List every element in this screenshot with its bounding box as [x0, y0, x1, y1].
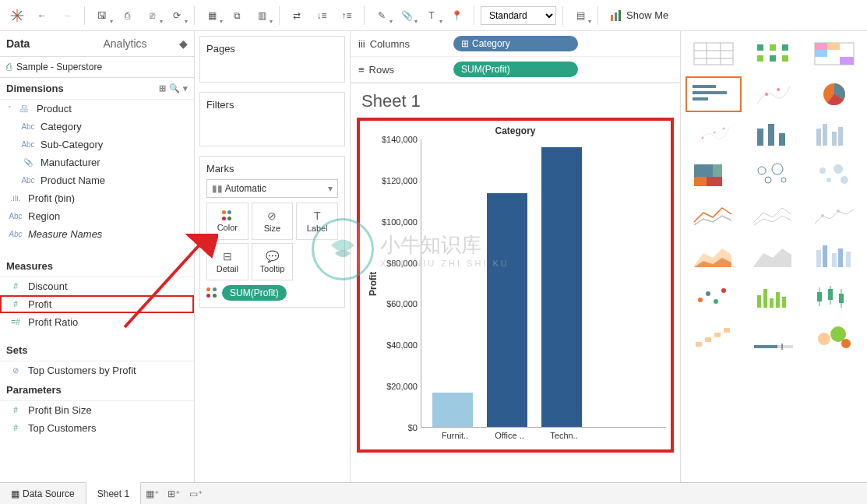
showme-viz-17[interactable] — [806, 238, 862, 274]
show-me-button[interactable]: Show Me — [604, 9, 675, 21]
showme-viz-21[interactable] — [685, 319, 742, 355]
showme-viz-3[interactable] — [685, 76, 742, 112]
marks-pill-sum-profit[interactable]: SUM(Profit) — [222, 285, 287, 301]
view-icon[interactable]: ⊞ — [159, 83, 166, 93]
data-tab[interactable]: Data — [0, 31, 97, 56]
size-shelf[interactable]: ⊘Size — [252, 203, 294, 240]
sort-desc-button[interactable]: ↑≡ — [336, 5, 358, 26]
bar[interactable] — [487, 193, 527, 427]
showme-viz-12[interactable] — [685, 198, 742, 234]
datasource-menu-button[interactable]: ⎚ — [141, 5, 163, 26]
parameter-field[interactable]: #Profit Bin Size — [0, 401, 194, 419]
sheet1-tab[interactable]: Sheet 1 — [86, 482, 141, 504]
group-button[interactable]: 📎 — [396, 5, 418, 26]
clear-button[interactable]: ▥ — [251, 5, 273, 26]
tooltip-shelf[interactable]: 💬Tooltip — [252, 243, 294, 280]
save-button[interactable]: 🖫 — [91, 5, 113, 26]
showme-viz-2[interactable] — [806, 36, 862, 72]
toolbar: ← → 🖫 ⎙ ⎚ ⟳ ▦ ⧉ ▥ ⇄ ↓≡ ↑≡ ✎ 📎 T 📍 Standa… — [0, 0, 867, 31]
showme-viz-20[interactable] — [806, 279, 862, 315]
showme-viz-1[interactable] — [746, 36, 802, 72]
showme-viz-23[interactable] — [806, 319, 862, 355]
showme-viz-19[interactable] — [746, 279, 802, 315]
svg-rect-17 — [782, 55, 788, 62]
svg-rect-33 — [768, 124, 774, 146]
bar[interactable] — [541, 147, 582, 427]
dimension-field[interactable]: ˅品Product — [0, 100, 194, 118]
dimension-field[interactable]: AbcCategory — [0, 118, 194, 136]
showme-viz-14[interactable] — [806, 198, 862, 234]
showme-viz-15[interactable] — [685, 238, 742, 274]
svg-point-52 — [837, 210, 840, 213]
showme-viz-9[interactable] — [685, 157, 742, 193]
svg-rect-40 — [713, 164, 722, 177]
filters-card[interactable]: Filters — [199, 92, 345, 146]
bar[interactable] — [432, 393, 473, 427]
rows-shelf[interactable]: ≡Rows SUM(Profit) — [351, 57, 680, 83]
showme-viz-22[interactable] — [746, 319, 802, 355]
pin-button[interactable]: 📍 — [446, 5, 467, 26]
showme-viz-10[interactable] — [746, 157, 802, 193]
columns-shelf[interactable]: iiiColumns ⊞Category — [351, 31, 680, 57]
showme-viz-6[interactable] — [685, 117, 742, 153]
measure-field[interactable]: #Discount — [0, 277, 194, 295]
new-datasource-button[interactable]: ⎙ — [116, 5, 138, 26]
detail-shelf[interactable]: ⊟Detail — [206, 243, 248, 280]
search-icon[interactable]: 🔍 — [169, 83, 180, 93]
showme-viz-11[interactable] — [806, 157, 862, 193]
dimension-field[interactable]: AbcSub-Category — [0, 136, 194, 153]
labels-button[interactable]: T — [421, 5, 442, 26]
new-story-button[interactable]: ▭⁺ — [185, 488, 206, 499]
back-button[interactable]: ← — [31, 5, 53, 26]
datasource-tab[interactable]: ▦Data Source — [0, 484, 86, 504]
cards-button[interactable]: ▤ — [569, 5, 591, 26]
highlight-button[interactable]: ✎ — [371, 5, 393, 26]
showme-viz-8[interactable] — [806, 117, 862, 153]
fit-selector[interactable]: Standard — [481, 6, 556, 25]
svg-rect-34 — [779, 133, 785, 146]
showme-viz-7[interactable] — [746, 117, 802, 153]
dimension-field[interactable]: .ılı.Profit (bin) — [0, 189, 194, 207]
new-worksheet-button[interactable]: ▦ — [201, 5, 223, 26]
tableau-logo[interactable] — [6, 5, 28, 26]
svg-rect-78 — [754, 345, 777, 348]
datasource-item[interactable]: ⎙ Sample - Superstore — [0, 57, 194, 78]
set-field[interactable]: ⊘Top Customers by Profit — [0, 361, 194, 379]
columns-pill-category[interactable]: ⊞Category — [453, 36, 578, 51]
svg-rect-53 — [816, 250, 821, 267]
measure-field[interactable]: #Profit — [0, 295, 194, 313]
color-shelf[interactable]: Color — [206, 203, 248, 240]
showme-viz-18[interactable] — [685, 279, 742, 315]
sheet-title[interactable]: Sheet 1 — [351, 83, 680, 115]
analytics-tab[interactable]: Analytics◆ — [97, 31, 195, 56]
forward-button[interactable]: → — [56, 5, 78, 26]
menu-icon[interactable]: ▾ — [183, 83, 188, 93]
pages-card[interactable]: Pages — [199, 36, 345, 83]
chart-bars[interactable] — [421, 139, 666, 428]
measures-header: Measures — [0, 256, 194, 277]
showme-icon — [611, 10, 622, 21]
swap-button[interactable]: ⇄ — [286, 5, 308, 26]
showme-viz-13[interactable] — [746, 198, 802, 234]
label-shelf[interactable]: TLabel — [296, 203, 338, 240]
refresh-button[interactable]: ⟳ — [166, 5, 188, 26]
mark-type-selector[interactable]: ▮▮ Automatic▾ — [206, 179, 338, 198]
showme-viz-0[interactable] — [685, 36, 742, 72]
showme-viz-5[interactable] — [806, 76, 862, 112]
columns-icon: iii — [358, 38, 365, 50]
duplicate-button[interactable]: ⧉ — [226, 5, 248, 26]
dimension-field[interactable]: 📎Manufacturer — [0, 153, 194, 171]
dimension-field[interactable]: AbcRegion — [0, 207, 194, 225]
rows-pill-sum-profit[interactable]: SUM(Profit) — [453, 62, 578, 77]
svg-point-46 — [781, 178, 786, 182]
measure-field[interactable]: =#Profit Ratio — [0, 313, 194, 331]
showme-viz-4[interactable] — [746, 76, 802, 112]
showme-viz-16[interactable] — [746, 238, 802, 274]
dimension-field[interactable]: AbcMeasure Names — [0, 225, 194, 243]
measures-list: #Discount#Profit=#Profit Ratio — [0, 277, 194, 340]
sort-asc-button[interactable]: ↓≡ — [311, 5, 333, 26]
new-dashboard-button[interactable]: ⊞⁺ — [163, 488, 185, 499]
dimension-field[interactable]: AbcProduct Name — [0, 171, 194, 189]
new-sheet-button[interactable]: ▦⁺ — [141, 488, 163, 499]
parameter-field[interactable]: #Top Customers — [0, 419, 194, 437]
